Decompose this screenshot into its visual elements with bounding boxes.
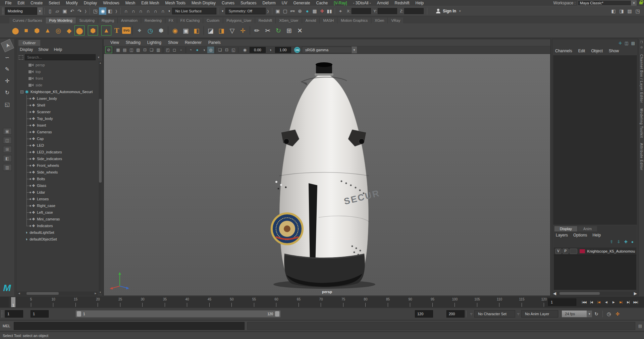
menu-set-selector[interactable]: Modeling — [5, 7, 37, 15]
menu-item[interactable]: Curves — [219, 0, 237, 6]
input-field-mode-icon[interactable]: ⌖ — [337, 7, 344, 15]
outliner-menu-item[interactable]: Help — [54, 47, 62, 52]
shelf-icon[interactable]: ⬤ — [74, 25, 85, 36]
viewport-toolbar-icon[interactable]: ❏ — [217, 47, 223, 53]
channel-display-icon[interactable]: ▤ — [631, 41, 635, 46]
anim-preferences-icon[interactable]: ◷ — [607, 311, 611, 317]
shelf-tab[interactable]: Arnold — [302, 17, 320, 23]
layer-row[interactable]: V P Knightscope_K5_Autonomous_ — [554, 248, 636, 255]
viewport-canvas[interactable]: SECURITY persp — [104, 54, 550, 295]
shelf-icon[interactable] — [132, 26, 133, 35]
shelf-icon[interactable]: ◎ — [53, 25, 64, 36]
channel-box-menu-item[interactable]: Object — [591, 49, 603, 53]
outliner-vertical-scrollbar[interactable]: ▲ ▼ — [99, 61, 102, 294]
render-icon[interactable]: ▮▮ — [326, 7, 333, 15]
sidebar-vertical-tab[interactable]: Attribute Editor — [640, 143, 643, 171]
viewport-menu-item[interactable]: Shading — [122, 40, 144, 45]
viewport-menu-item[interactable]: View — [107, 40, 122, 45]
render-icon[interactable]: IPR — [289, 7, 296, 15]
sidebar-vertical-tab[interactable]: Modeling Toolkit — [640, 109, 643, 138]
viewport-menu-item[interactable]: Lighting — [144, 40, 165, 45]
viewport-toolbar-icon[interactable] — [113, 47, 114, 53]
exposure-field[interactable] — [250, 47, 266, 53]
viewport-toolbar-icon[interactable]: ◔ — [187, 47, 194, 53]
file-action-icon[interactable]: ↶ — [68, 7, 76, 15]
live-surface-field[interactable]: No Live Surface — [172, 8, 216, 14]
shelf-tab[interactable]: Sculpting — [76, 17, 98, 23]
viewport-toolbar-icon[interactable]: ⊡ — [142, 47, 148, 53]
panel-toggle-icon[interactable]: ▤ — [626, 7, 633, 15]
outliner-mesh-row[interactable]: ❖Bolts — [16, 176, 102, 182]
shelf-tab[interactable]: Poly Modeling — [46, 17, 76, 23]
sidebar-toggle-icon[interactable]: ❐ — [639, 41, 644, 44]
character-set-selector[interactable]: No Character Set — [474, 310, 515, 318]
layer-action-icon[interactable]: ✚ — [624, 240, 628, 244]
scrollbar-thumb[interactable] — [99, 99, 102, 183]
outliner-mesh-row[interactable]: ❖Mini_cameras — [16, 216, 102, 222]
layer-visibility-toggle[interactable]: V — [555, 249, 561, 254]
viewport-toolbar-icon[interactable]: ◱ — [230, 47, 237, 53]
script-editor-icon[interactable]: ▤ — [638, 324, 642, 328]
z-field[interactable] — [404, 8, 424, 14]
shelf-icon[interactable]: ▲ — [101, 25, 111, 36]
menu-item[interactable]: [V-Ray] — [331, 0, 350, 6]
menu-item[interactable]: Edit — [14, 0, 28, 6]
collapse-expander-icon[interactable] — [20, 90, 23, 93]
anim-layer-selector[interactable]: No Anim Layer — [521, 310, 558, 318]
sign-in-button[interactable]: Sign In ▼ — [436, 9, 461, 13]
channel-box-menu-item[interactable]: Show — [609, 49, 619, 53]
outliner-mesh-row[interactable]: ❖Scanner — [16, 109, 102, 115]
viewport-toolbar-icon[interactable] — [163, 47, 163, 53]
current-frame-field[interactable] — [548, 298, 576, 306]
shelf-icon[interactable] — [250, 26, 250, 35]
outliner-mesh-row[interactable]: ❖Front_wheels — [16, 162, 102, 169]
layer-playback-toggle[interactable]: P — [562, 249, 569, 254]
shelf-tab[interactable]: Rigging — [98, 17, 118, 23]
viewport-toolbar-icon[interactable]: ▧ — [135, 47, 142, 53]
file-action-icon[interactable]: ▱ — [54, 7, 61, 15]
layer-action-icon[interactable]: ⇧ — [610, 240, 613, 244]
layer-action-icon[interactable]: ● — [631, 240, 634, 244]
outliner-mesh-row[interactable]: ❖Left_case — [16, 209, 102, 216]
viewport-toolbar-icon[interactable]: ▫ — [178, 47, 184, 53]
shelf-icon[interactable]: ⬢ — [88, 25, 98, 36]
sidebar-toggle-icon[interactable]: ⊙ — [639, 46, 644, 49]
shelf-icon[interactable]: ⬤ — [10, 25, 21, 36]
viewport-toolbar-icon[interactable]: ◍ — [207, 47, 214, 53]
shelf-icon[interactable]: ◪ — [205, 25, 216, 36]
colorspace-selector[interactable]: sRGB gamma — [302, 47, 352, 53]
shelf-icon[interactable]: ▣ — [180, 25, 191, 36]
chevron-down-icon[interactable]: ▼ — [352, 47, 357, 53]
shelf-icon[interactable]: ◆ — [64, 25, 74, 36]
channel-box-menu-item[interactable]: Edit — [578, 49, 585, 53]
shelf-tab[interactable]: MASH — [320, 17, 337, 23]
scroll-right-icon[interactable]: ▶ — [634, 291, 637, 296]
shelf-icon[interactable]: ⬢ — [32, 25, 42, 36]
view-transform-toggle[interactable]: ON — [294, 47, 300, 53]
drag-handle[interactable] — [1, 310, 3, 318]
shelf-tab[interactable]: Motion Graphics — [337, 17, 371, 23]
chevron-down-icon[interactable]: ▼ — [167, 8, 172, 14]
outliner-mesh-row[interactable]: ❖Side_indicators — [16, 155, 102, 162]
shelf-icon[interactable]: ◷ — [145, 25, 156, 36]
render-icon[interactable]: ⊛ — [296, 7, 304, 15]
sidebar-vertical-tab[interactable]: Channel Box / Layer Editor — [640, 54, 643, 103]
playback-button[interactable]: ▶| — [625, 298, 632, 306]
shelf-icon[interactable]: ◨ — [216, 25, 227, 36]
render-icon[interactable]: ▣ — [274, 7, 281, 15]
viewport-toolbar-icon[interactable]: ▤ — [121, 47, 128, 53]
viewport-toolbar-icon[interactable]: ⊡ — [223, 47, 230, 53]
auto-keyframe-icon[interactable]: ✜ — [615, 311, 620, 317]
menu-item[interactable]: Arnold — [374, 0, 392, 6]
selection-mode-icon[interactable]: ◉ — [99, 7, 106, 15]
range-start-handle[interactable] — [77, 311, 81, 317]
tool-icon[interactable]: ◱ — [2, 99, 12, 109]
outliner-mesh-row[interactable]: ❖Glass — [16, 182, 102, 189]
outliner-mesh-row[interactable]: ❖Top_body — [16, 115, 102, 122]
playback-button[interactable]: ◀ — [602, 298, 610, 306]
viewport-toolbar-icon[interactable] — [238, 47, 238, 53]
shelf-icon[interactable]: ✂ — [262, 25, 273, 36]
chevron-down-icon[interactable]: ▽ — [517, 313, 519, 316]
render-icon[interactable]: ● — [304, 7, 311, 15]
tool-icon[interactable]: ➤ — [1, 39, 14, 52]
